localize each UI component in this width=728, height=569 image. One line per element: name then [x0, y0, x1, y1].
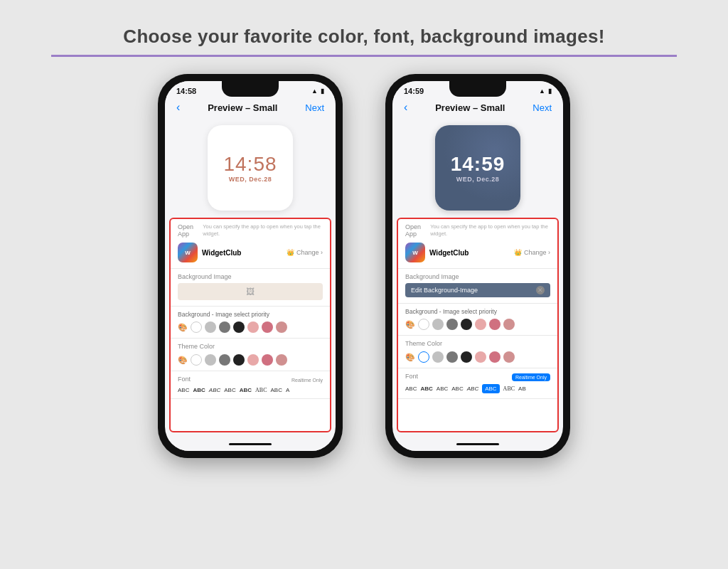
phone-1-theme-color-circles: 🎨: [178, 352, 323, 368]
p2-font-sample-serif[interactable]: ABC: [503, 385, 515, 392]
phone-2-bg-priority-section: Background - Image select priority 🎨: [398, 304, 557, 336]
phone-2-edit-bg-text: Edit Background-Image: [411, 287, 478, 294]
phone-1-bg-priority-section: Background - Image select priority 🎨: [171, 307, 330, 339]
phone-1-font-row: ABC ABC ABC ABC ABC ABC ABC A: [178, 385, 323, 395]
p2-font-sample-bold[interactable]: ABC: [420, 385, 432, 392]
font-sample-serif[interactable]: ABC: [255, 387, 267, 393]
color-dark[interactable]: [233, 321, 245, 333]
p2-color-white[interactable]: [418, 319, 429, 330]
phone-2-nav-bar: ‹ Preview – Small Next: [392, 98, 563, 118]
phone-1-widget-time: 14:58: [223, 153, 277, 176]
theme-color-gray[interactable]: [219, 354, 230, 366]
color-light-pink[interactable]: [247, 321, 259, 333]
color-pink[interactable]: [262, 321, 273, 333]
phone-2-app-row[interactable]: W WidgetClub 👑 Change ›: [405, 240, 550, 265]
phone-2-next-button[interactable]: Next: [532, 102, 552, 113]
font-sample-thin[interactable]: ABC: [224, 387, 235, 393]
font-sample-regular[interactable]: ABC: [178, 387, 189, 393]
phone-2-bg-color-circles: 🎨: [405, 317, 550, 332]
color-white[interactable]: [191, 321, 202, 333]
image-placeholder-icon: 🖼: [246, 287, 255, 297]
phone-2-widget: 14:59 WED, Dec.28: [435, 125, 520, 211]
phone-1-app-name: WidgetClub: [202, 249, 282, 257]
color-gray[interactable]: [219, 321, 230, 333]
p2-color-salmon[interactable]: [503, 319, 515, 330]
theme-color-white[interactable]: [191, 354, 202, 366]
phone-2-bg-palette-icon: 🎨: [405, 320, 415, 329]
phone-1-settings-panel: Open App You can specify the app to open…: [169, 218, 331, 432]
p2-font-sample-regular[interactable]: ABC: [405, 385, 417, 392]
phone-2-theme-color-section: Theme Color 🎨: [398, 336, 557, 368]
p2-theme-color-gray[interactable]: [446, 351, 458, 363]
phone-1-realtime-badge: Realtime Only: [291, 378, 323, 383]
phone-2-change-button[interactable]: 👑 Change ›: [514, 249, 550, 256]
p2-font-sample-normal[interactable]: ABC: [437, 385, 448, 392]
font-sample-alt[interactable]: A: [286, 387, 289, 393]
phone-1-status-time: 14:58: [176, 87, 196, 95]
phone-1-widget-date: WED, Dec.28: [229, 176, 272, 183]
phone-2-status-time: 14:59: [404, 87, 424, 95]
phone-2-bg-image-label: Background Image: [405, 273, 550, 280]
phone-1-change-button[interactable]: 👑 Change ›: [287, 249, 323, 256]
phone-2-font-label: Font: [405, 373, 418, 380]
phone-1-theme-color-label: Theme Color: [178, 343, 323, 350]
p2-theme-color-salmon[interactable]: [503, 351, 515, 363]
phone-1: 14:58 ▲ ▮ ‹ Preview – Small Next 14:58 W…: [158, 74, 343, 458]
phone-1-nav-title: Preview – Small: [208, 102, 277, 113]
color-light-gray[interactable]: [205, 321, 216, 333]
p2-font-sample-highlighted[interactable]: ABC: [482, 384, 499, 393]
phone-1-open-app-section: Open App You can specify the app to open…: [171, 219, 330, 269]
phone-1-bg-priority-label: Background - Image select priority: [178, 311, 323, 318]
phone-2-home-bar: [456, 443, 499, 445]
theme-color-dark[interactable]: [233, 354, 245, 366]
color-salmon[interactable]: [276, 321, 287, 333]
p2-font-sample-alt[interactable]: AB: [518, 385, 526, 392]
font-sample-italic[interactable]: ABC: [209, 387, 220, 393]
phone-1-theme-palette-icon: 🎨: [178, 356, 188, 365]
phone-2-open-app-section: Open App You can specify the app to open…: [398, 219, 557, 269]
phone-1-app-icon: W: [178, 243, 198, 262]
p2-font-sample-italic[interactable]: ABC: [467, 385, 478, 392]
wifi-icon-2: ▲: [539, 87, 545, 95]
phone-1-bg-image-label: Background Image: [178, 273, 323, 280]
phone-2-edit-bg-button[interactable]: Edit Background-Image ✕: [405, 283, 550, 297]
phone-1-widget-area: 14:58 WED, Dec.28: [165, 118, 336, 218]
phone-1-back-button[interactable]: ‹: [176, 101, 180, 114]
phone-2-open-app-desc: You can specify the app to open when you…: [430, 223, 550, 238]
phone-2-font-row: ABC ABC ABC ABC ABC ABC ABC AB: [405, 382, 550, 395]
font-sample-mono[interactable]: ABC: [271, 387, 282, 393]
p2-color-light-pink[interactable]: [475, 319, 486, 330]
p2-color-gray[interactable]: [446, 319, 458, 330]
phone-1-next-button[interactable]: Next: [305, 102, 324, 113]
headline-divider: [51, 55, 677, 57]
p2-color-pink[interactable]: [489, 319, 500, 330]
p2-theme-color-pink[interactable]: [489, 351, 500, 363]
p2-font-sample-thin[interactable]: ABC: [451, 385, 463, 392]
phone-2-app-name: WidgetClub: [429, 249, 510, 257]
phone-1-bg-image-section: Background Image 🖼: [171, 269, 330, 307]
phone-1-status-icons: ▲ ▮: [311, 87, 324, 95]
phone-1-nav-bar: ‹ Preview – Small Next: [165, 98, 336, 118]
phone-1-font-label: Font: [178, 376, 191, 383]
p2-theme-color-light-gray[interactable]: [432, 351, 444, 363]
phone-2-nav-title: Preview – Small: [435, 102, 505, 113]
p2-theme-color-light-pink[interactable]: [475, 351, 486, 363]
phone-1-home-indicator: [165, 437, 336, 451]
p2-theme-color-white[interactable]: [418, 351, 429, 363]
p2-theme-color-dark[interactable]: [461, 351, 472, 363]
phone-2-back-button[interactable]: ‹: [404, 101, 407, 114]
p2-color-dark[interactable]: [461, 319, 472, 330]
phone-1-app-row[interactable]: W WidgetClub 👑 Change ›: [178, 240, 323, 265]
theme-color-pink[interactable]: [262, 354, 273, 366]
font-sample-bold2[interactable]: ABC: [240, 387, 252, 393]
theme-color-light-gray[interactable]: [205, 354, 216, 366]
phone-2-screen: 14:59 ▲ ▮ ‹ Preview – Small Next 14:59 W…: [392, 81, 563, 451]
theme-color-light-pink[interactable]: [247, 354, 259, 366]
p2-color-light-gray[interactable]: [432, 319, 444, 330]
font-sample-bold[interactable]: ABC: [193, 387, 205, 393]
phone-2-edit-bg-close[interactable]: ✕: [536, 286, 545, 294]
phone-1-bg-image-placeholder[interactable]: 🖼: [178, 283, 323, 300]
theme-color-salmon[interactable]: [276, 354, 287, 366]
phone-2-status-bar: 14:59 ▲ ▮: [392, 81, 563, 98]
phone-2-font-section: Font Realtime Only ABC ABC ABC ABC ABC A…: [398, 368, 557, 399]
